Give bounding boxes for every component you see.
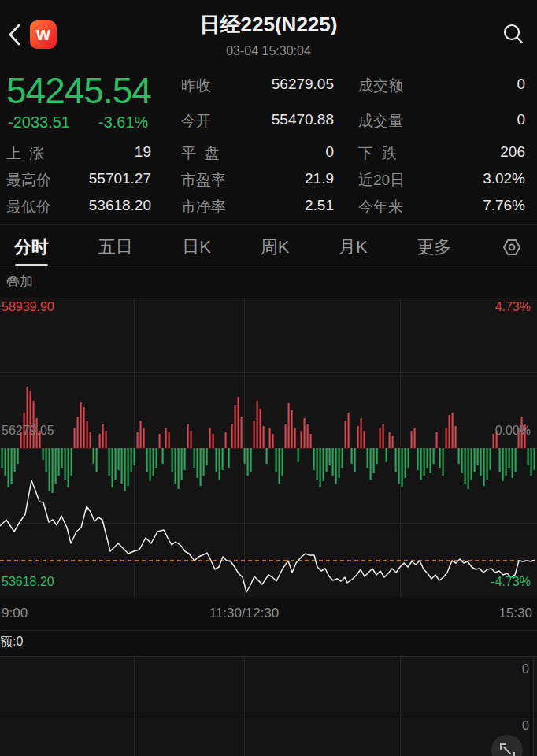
field-label: 成交量 xyxy=(358,111,403,132)
field-value: 56279.05 xyxy=(272,76,334,96)
hexagon-settings-icon xyxy=(501,236,523,258)
stat-high: 最高价55701.27 xyxy=(6,170,151,191)
field-value: 55470.88 xyxy=(272,111,334,132)
tab-weekly-k[interactable]: 周K xyxy=(261,224,290,270)
axis-low-price: 53618.20 xyxy=(2,575,54,589)
last-price: 54245.54 xyxy=(6,69,151,112)
stats-grid: 上 涨19 平 盘0 下 跌206 最高价55701.27 市盈率21.9 近2… xyxy=(0,142,537,224)
field-label: 昨收 xyxy=(181,76,211,96)
time-label-break: 11:30/12:30 xyxy=(209,606,280,621)
time-axis: 9:00 11:30/12:30 15:30 xyxy=(0,598,537,631)
field-prev-close: 昨收 56279.05 xyxy=(181,76,334,96)
stat-low: 最低价53618.20 xyxy=(6,197,151,217)
search-button[interactable] xyxy=(501,22,526,47)
minute-chart[interactable]: 58939.90 4.73% 56279.05 0.00% 53618.20 -… xyxy=(0,298,537,598)
expand-arrows-icon xyxy=(491,735,523,756)
quote-block: 54245.54 -2033.51 -3.61% 昨收 56279.05 成交额… xyxy=(0,69,537,142)
time-label-open: 9:00 xyxy=(2,606,28,621)
search-icon xyxy=(501,22,526,47)
field-label: 今开 xyxy=(181,111,211,132)
sub-chart-label: 额:0 xyxy=(0,634,23,650)
overlay-toggle[interactable]: 叠加 xyxy=(6,272,33,291)
axis-high-price: 58939.90 xyxy=(2,300,54,314)
stat-unchanged: 平 盘0 xyxy=(181,143,334,164)
field-volume: 成交量 0 xyxy=(358,111,525,132)
chart-tab-bar: 分时 五日 日K 周K 月K 更多 xyxy=(0,224,537,269)
tab-more[interactable]: 更多 xyxy=(417,224,451,270)
header: w 日经225(N225) 03-04 15:30:04 xyxy=(0,0,537,69)
sub-axis-zero-1: 0 xyxy=(522,662,529,676)
axis-low-pct: -4.73% xyxy=(491,575,531,589)
time-label-close: 15:30 xyxy=(498,606,532,621)
stock-detail-page: w 日经225(N225) 03-04 15:30:04 54245.54 -2… xyxy=(0,0,537,756)
page-title: 日经225(N225) xyxy=(0,11,537,39)
stat-20day: 近20日3.02% xyxy=(358,170,525,191)
stat-decliners: 下 跌206 xyxy=(358,143,525,164)
tab-minute[interactable]: 分时 xyxy=(14,224,49,270)
stat-ytd: 今年来7.76% xyxy=(358,197,525,217)
minute-chart-canvas xyxy=(0,298,537,598)
field-turnover: 成交额 0 xyxy=(358,76,525,96)
sub-axis-zero-2: 0 xyxy=(522,719,529,733)
stat-advancers: 上 涨19 xyxy=(6,143,151,164)
field-value: 0 xyxy=(517,76,525,96)
sub-chart-canvas xyxy=(0,656,537,756)
field-label: 成交额 xyxy=(358,76,403,96)
axis-zero-pct: 0.00% xyxy=(495,424,531,438)
change-percent: -3.61% xyxy=(98,113,148,132)
tab-monthly-k[interactable]: 月K xyxy=(339,224,368,270)
field-value: 0 xyxy=(517,111,525,132)
axis-high-pct: 4.73% xyxy=(495,300,531,314)
active-tab-underline xyxy=(15,264,48,266)
quote-timestamp: 03-04 15:30:04 xyxy=(0,44,537,58)
stat-pb: 市净率2.51 xyxy=(181,197,334,217)
volume-sub-chart[interactable]: 0 0 xyxy=(0,656,537,756)
change-row: -2033.51 -3.61% xyxy=(8,113,148,132)
axis-prev-close: 56279.05 xyxy=(2,424,54,438)
field-open: 今开 55470.88 xyxy=(181,111,334,132)
chart-settings-button[interactable] xyxy=(501,236,523,258)
fullscreen-button[interactable] xyxy=(491,735,523,756)
stat-pe: 市盈率21.9 xyxy=(181,170,334,191)
tab-5day[interactable]: 五日 xyxy=(98,224,133,270)
change-value: -2033.51 xyxy=(8,113,70,132)
tab-daily-k[interactable]: 日K xyxy=(182,224,211,270)
